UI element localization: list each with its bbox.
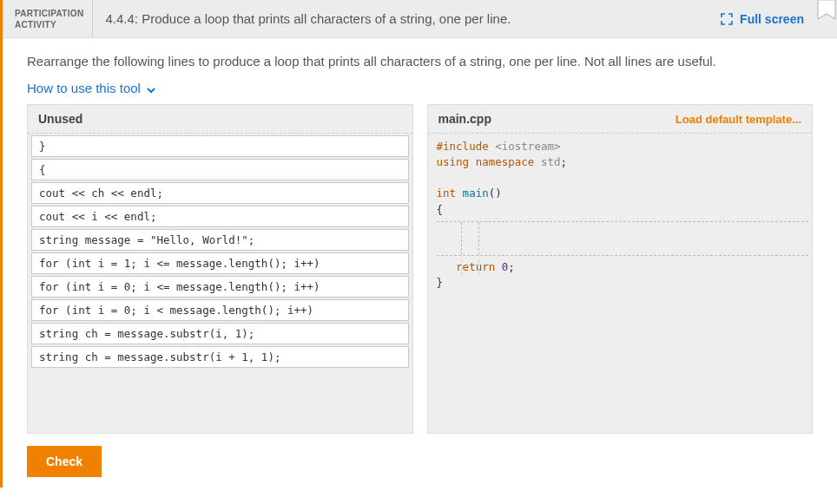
code-block[interactable]: for (int i = 0; i < message.length(); i+… bbox=[31, 299, 409, 321]
fullscreen-label: Full screen bbox=[740, 12, 804, 26]
fullscreen-icon bbox=[721, 13, 733, 25]
code-block[interactable]: string ch = message.substr(i + 1, 1); bbox=[31, 346, 409, 368]
code-block[interactable]: cout << ch << endl; bbox=[31, 182, 409, 204]
code-block[interactable]: } bbox=[31, 135, 409, 157]
code-block[interactable]: for (int i = 0; i <= message.length(); i… bbox=[31, 276, 409, 298]
check-row: Check bbox=[27, 434, 813, 477]
code-line: #include <iostream> bbox=[437, 139, 809, 154]
bookmark-ribbon-icon bbox=[816, 0, 837, 37]
fullscreen-button[interactable]: Full screen bbox=[708, 0, 816, 37]
unused-panel-header: Unused bbox=[28, 105, 412, 134]
participation-line2: ACTIVITY bbox=[15, 19, 83, 30]
code-block[interactable]: cout << i << endl; bbox=[31, 206, 409, 227]
unused-title: Unused bbox=[38, 112, 82, 126]
load-template-link[interactable]: Load default template... bbox=[676, 113, 801, 126]
code-dropzone[interactable] bbox=[437, 221, 809, 256]
activity-body: Rearrange the following lines to produce… bbox=[3, 38, 837, 488]
code-block[interactable]: string ch = message.substr(i, 1); bbox=[31, 323, 409, 344]
how-to-use-label: How to use this tool bbox=[27, 81, 141, 95]
code-panel-header: main.cpp Load default template... bbox=[428, 105, 813, 134]
code-panel: main.cpp Load default template... #inclu… bbox=[427, 104, 814, 434]
code-block[interactable]: string message = "Hello, World!"; bbox=[31, 229, 409, 251]
code-line: using namespace std; bbox=[437, 154, 809, 170]
check-button[interactable]: Check bbox=[27, 446, 102, 477]
chevron-down-icon bbox=[146, 83, 156, 94]
code-editor[interactable]: #include <iostream> using namespace std;… bbox=[428, 134, 813, 296]
code-line: int main() bbox=[437, 186, 809, 201]
activity-title: 4.4.4: Produce a loop that prints all ch… bbox=[93, 0, 708, 37]
code-block[interactable]: { bbox=[31, 159, 409, 180]
unused-blocks-list[interactable]: } { cout << ch << endl; cout << i << end… bbox=[28, 135, 412, 368]
how-to-use-link[interactable]: How to use this tool bbox=[27, 81, 156, 95]
panels-row: Unused } { cout << ch << endl; cout << i… bbox=[27, 104, 813, 434]
code-block[interactable]: for (int i = 1; i <= message.length(); i… bbox=[31, 252, 409, 274]
instructions-text: Rearrange the following lines to produce… bbox=[27, 54, 813, 69]
unused-panel: Unused } { cout << ch << endl; cout << i… bbox=[27, 104, 413, 434]
code-filename: main.cpp bbox=[438, 112, 491, 126]
participation-line1: PARTICIPATION bbox=[15, 8, 83, 19]
code-line: } bbox=[437, 275, 809, 291]
code-line: { bbox=[437, 202, 809, 218]
activity-container: PARTICIPATION ACTIVITY 4.4.4: Produce a … bbox=[0, 0, 837, 488]
code-line: return 0; bbox=[437, 259, 809, 275]
participation-badge: PARTICIPATION ACTIVITY bbox=[3, 0, 93, 37]
code-line bbox=[437, 170, 809, 186]
activity-header: PARTICIPATION ACTIVITY 4.4.4: Produce a … bbox=[3, 0, 837, 38]
